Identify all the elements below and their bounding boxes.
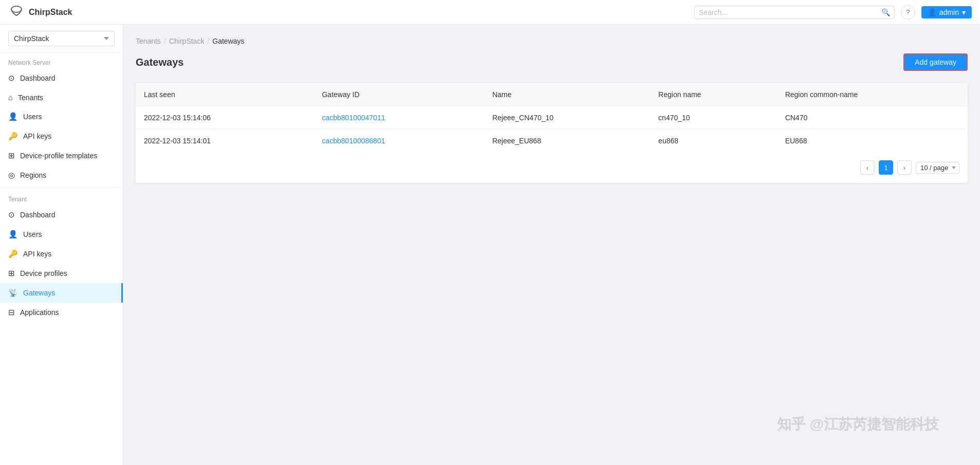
add-gateway-button[interactable]: Add gateway	[903, 53, 968, 71]
cell-region-name-1: cn470_10	[650, 106, 777, 129]
breadcrumb-sep-1: /	[164, 37, 166, 45]
main-content: Tenants / ChirpStack / Gateways Gateways…	[123, 25, 980, 465]
t-api-keys-icon: 🔑	[8, 249, 18, 258]
sidebar-item-ns-api-keys-label: API keys	[23, 132, 51, 140]
regions-icon: ◎	[8, 171, 15, 180]
breadcrumb-sep-2: /	[207, 37, 209, 45]
col-last-seen: Last seen	[136, 83, 313, 106]
sidebar-divider	[0, 187, 123, 188]
tenant-section-title: Tenant	[0, 190, 123, 205]
sidebar-item-ns-regions[interactable]: ◎ Regions	[0, 165, 123, 185]
cell-last-seen-1: 2022-12-03 15:14:06	[136, 106, 313, 129]
breadcrumb: Tenants / ChirpStack / Gateways	[136, 37, 968, 45]
sidebar-item-t-users[interactable]: 👤 Users	[0, 225, 123, 244]
header-right: 🔍 ? 👤 admin ▾	[694, 5, 972, 20]
gateway-id-link-1[interactable]: cacbb80100047011	[322, 114, 385, 122]
sidebar-item-t-applications[interactable]: ⊟ Applications	[0, 303, 123, 322]
cell-name-1: Rejeee_CN470_10	[484, 106, 650, 129]
user-avatar-icon: 👤	[928, 8, 936, 16]
table-header: Last seen Gateway ID Name Region name Re…	[136, 83, 968, 106]
table-row: 2022-12-03 15:14:01 cacbb80100086801 Rej…	[136, 129, 968, 153]
pagination: ‹ 1 › 10 / page 20 / page 50 / page	[136, 152, 968, 183]
tenant-selector-container: ChirpStack	[0, 25, 123, 53]
logo-icon	[8, 4, 25, 21]
search-button[interactable]: 🔍	[881, 8, 890, 16]
sidebar-item-t-api-keys[interactable]: 🔑 API keys	[0, 244, 123, 264]
sidebar-item-t-users-label: Users	[23, 230, 42, 238]
search-input[interactable]	[699, 8, 881, 16]
sidebar-item-t-device-profiles[interactable]: ⊞ Device profiles	[0, 264, 123, 283]
sidebar-item-t-api-keys-label: API keys	[23, 250, 51, 258]
device-profile-templates-icon: ⊞	[8, 151, 15, 160]
user-label: admin	[939, 8, 959, 16]
gateways-table-container: Last seen Gateway ID Name Region name Re…	[136, 83, 968, 183]
sidebar-item-ns-tenants[interactable]: ⌂ Tenants	[0, 88, 123, 107]
sidebar: ChirpStack Network Server ⊙ Dashboard ⌂ …	[0, 25, 123, 465]
help-button[interactable]: ?	[901, 5, 915, 20]
t-dashboard-icon: ⊙	[8, 210, 15, 219]
page-size-select[interactable]: 10 / page 20 / page 50 / page	[916, 162, 959, 174]
col-gateway-id: Gateway ID	[313, 83, 484, 106]
sidebar-item-ns-users-label: Users	[23, 113, 42, 121]
page-header: Gateways Add gateway	[136, 53, 968, 71]
sidebar-item-t-gateways-label: Gateways	[23, 289, 55, 297]
sidebar-item-ns-device-profile-templates[interactable]: ⊞ Device-profile templates	[0, 146, 123, 165]
sidebar-item-ns-regions-label: Regions	[20, 171, 46, 179]
cell-gateway-id-1: cacbb80100047011	[313, 106, 484, 129]
sidebar-item-t-gateways[interactable]: 📡 Gateways	[0, 283, 123, 303]
cell-region-common-name-1: CN470	[777, 106, 968, 129]
applications-icon: ⊟	[8, 308, 15, 317]
dashboard-icon: ⊙	[8, 73, 15, 83]
col-region-common-name: Region common-name	[777, 83, 968, 106]
cell-last-seen-2: 2022-12-03 15:14:01	[136, 129, 313, 153]
header: ChirpStack 🔍 ? 👤 admin ▾	[0, 0, 980, 25]
sidebar-item-ns-dashboard[interactable]: ⊙ Dashboard	[0, 68, 123, 88]
t-users-icon: 👤	[8, 230, 18, 239]
sidebar-item-t-applications-label: Applications	[20, 308, 59, 317]
user-dropdown-icon: ▾	[962, 8, 966, 16]
col-region-name: Region name	[650, 83, 777, 106]
sidebar-item-ns-device-profile-templates-label: Device-profile templates	[20, 152, 97, 160]
logo: ChirpStack	[8, 4, 72, 21]
layout: ChirpStack Network Server ⊙ Dashboard ⌂ …	[0, 25, 980, 465]
breadcrumb-chirpstack[interactable]: ChirpStack	[169, 37, 204, 45]
cell-region-common-name-2: EU868	[777, 129, 968, 153]
gateways-icon: 📡	[8, 288, 18, 297]
tenant-select[interactable]: ChirpStack	[8, 31, 115, 46]
prev-page-button[interactable]: ‹	[860, 160, 875, 175]
logo-text: ChirpStack	[29, 8, 72, 17]
users-icon: 👤	[8, 112, 18, 121]
col-name: Name	[484, 83, 650, 106]
sidebar-item-ns-dashboard-label: Dashboard	[20, 74, 56, 82]
user-menu-button[interactable]: 👤 admin ▾	[921, 6, 972, 18]
sidebar-item-ns-api-keys[interactable]: 🔑 API keys	[0, 126, 123, 146]
sidebar-item-ns-tenants-label: Tenants	[18, 94, 43, 102]
table-body: 2022-12-03 15:14:06 cacbb80100047011 Rej…	[136, 106, 968, 153]
api-keys-icon: 🔑	[8, 132, 18, 141]
sidebar-item-t-dashboard[interactable]: ⊙ Dashboard	[0, 205, 123, 225]
breadcrumb-current: Gateways	[212, 37, 244, 45]
t-device-profiles-icon: ⊞	[8, 269, 15, 278]
table-header-row: Last seen Gateway ID Name Region name Re…	[136, 83, 968, 106]
gateway-id-link-2[interactable]: cacbb80100086801	[322, 137, 385, 145]
cell-gateway-id-2: cacbb80100086801	[313, 129, 484, 153]
page-1-button[interactable]: 1	[879, 160, 893, 175]
content-area: Tenants / ChirpStack / Gateways Gateways…	[123, 25, 980, 195]
cell-name-2: Rejeee_EU868	[484, 129, 650, 153]
search-box: 🔍	[694, 6, 895, 19]
sidebar-item-ns-users[interactable]: 👤 Users	[0, 107, 123, 126]
table-row: 2022-12-03 15:14:06 cacbb80100047011 Rej…	[136, 106, 968, 129]
page-title: Gateways	[136, 57, 183, 68]
breadcrumb-tenants[interactable]: Tenants	[136, 37, 161, 45]
svg-point-0	[11, 6, 22, 12]
sidebar-item-t-device-profiles-label: Device profiles	[20, 269, 67, 277]
next-page-button[interactable]: ›	[897, 160, 912, 175]
sidebar-item-t-dashboard-label: Dashboard	[20, 211, 56, 219]
tenants-icon: ⌂	[8, 93, 13, 102]
cell-region-name-2: eu868	[650, 129, 777, 153]
network-server-section-title: Network Server	[0, 53, 123, 68]
gateways-table: Last seen Gateway ID Name Region name Re…	[136, 83, 968, 152]
